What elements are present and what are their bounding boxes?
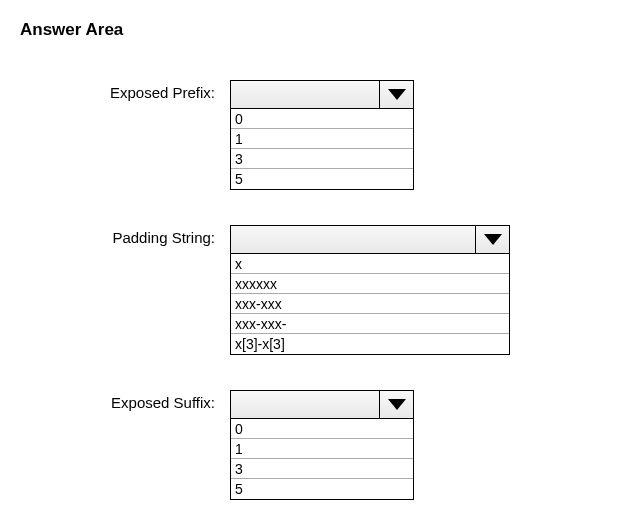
padding-string-option[interactable]: x[3]-x[3]	[231, 334, 509, 354]
exposed-prefix-label: Exposed Prefix:	[20, 80, 230, 101]
dropdown-arrow-button[interactable]	[379, 81, 413, 108]
exposed-prefix-selected-value	[231, 81, 379, 108]
padding-string-option[interactable]: xxx-xxx	[231, 294, 509, 314]
exposed-suffix-option[interactable]: 1	[231, 439, 413, 459]
padding-string-options: x xxxxxx xxx-xxx xxx-xxx- x[3]-x[3]	[230, 254, 510, 355]
field-exposed-suffix: Exposed Suffix: 0 1 3 5	[20, 390, 622, 500]
field-padding-string: Padding String: x xxxxxx xxx-xxx xxx-xxx…	[20, 225, 622, 355]
chevron-down-icon	[484, 234, 502, 245]
chevron-down-icon	[388, 399, 406, 410]
padding-string-dropdown[interactable]	[230, 225, 510, 254]
exposed-suffix-option[interactable]: 5	[231, 479, 413, 499]
padding-string-selected-value	[231, 226, 475, 253]
page-title: Answer Area	[20, 20, 622, 40]
field-exposed-prefix: Exposed Prefix: 0 1 3 5	[20, 80, 622, 190]
exposed-suffix-options: 0 1 3 5	[230, 419, 414, 500]
exposed-prefix-option[interactable]: 0	[231, 109, 413, 129]
dropdown-arrow-button[interactable]	[475, 226, 509, 253]
padding-string-option[interactable]: xxx-xxx-	[231, 314, 509, 334]
exposed-prefix-option[interactable]: 1	[231, 129, 413, 149]
exposed-suffix-dropdown[interactable]	[230, 390, 414, 419]
padding-string-option[interactable]: xxxxxx	[231, 274, 509, 294]
dropdown-arrow-button[interactable]	[379, 391, 413, 418]
exposed-suffix-option[interactable]: 0	[231, 419, 413, 439]
exposed-prefix-options: 0 1 3 5	[230, 109, 414, 190]
exposed-suffix-label: Exposed Suffix:	[20, 390, 230, 411]
chevron-down-icon	[388, 89, 406, 100]
padding-string-option[interactable]: x	[231, 254, 509, 274]
exposed-suffix-option[interactable]: 3	[231, 459, 413, 479]
exposed-prefix-option[interactable]: 3	[231, 149, 413, 169]
exposed-prefix-option[interactable]: 5	[231, 169, 413, 189]
padding-string-label: Padding String:	[20, 225, 230, 246]
exposed-suffix-selected-value	[231, 391, 379, 418]
exposed-prefix-dropdown[interactable]	[230, 80, 414, 109]
